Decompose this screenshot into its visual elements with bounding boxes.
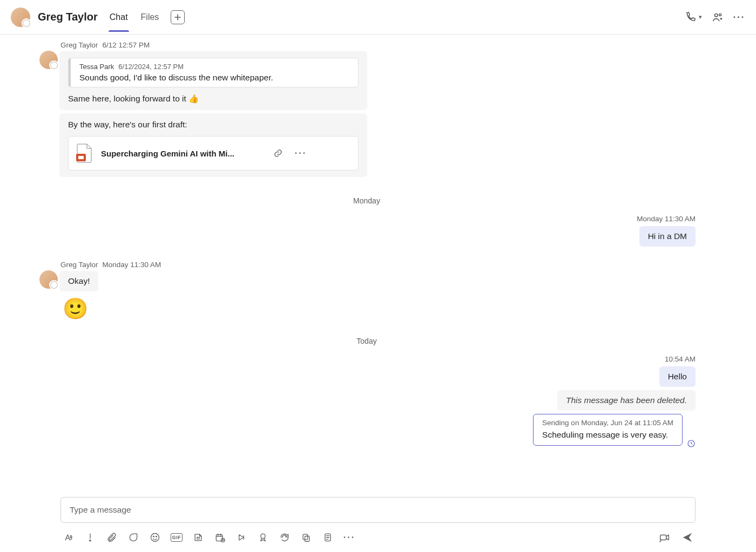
tab-files[interactable]: Files [140, 3, 160, 32]
copy-link-button[interactable] [271, 146, 286, 161]
message-input[interactable]: Type a message [60, 497, 696, 523]
quoted-reply[interactable]: Tessa Park6/12/2024, 12:57 PM Sounds goo… [68, 58, 359, 87]
emoji-message[interactable]: 🙂 [59, 295, 696, 321]
attach-button[interactable] [106, 531, 118, 543]
approvals-button[interactable] [257, 531, 269, 543]
contact-avatar[interactable] [11, 8, 30, 27]
viva-button[interactable] [322, 531, 334, 543]
message-meta: Greg Taylor6/12 12:57 PM [60, 41, 696, 49]
scheduled-header: Sending on Monday, Jun 24 at 11:05 AM [542, 419, 673, 427]
file-attachment[interactable]: Supercharging Gemini AI with Mi... ··· [68, 136, 359, 171]
scheduled-message[interactable]: Sending on Monday, Jun 24 at 11:05 AM Sc… [533, 414, 683, 446]
svg-rect-15 [305, 536, 309, 542]
svg-point-9 [197, 537, 198, 537]
add-tab-button[interactable] [171, 10, 185, 24]
attachment-more-button[interactable]: ··· [293, 146, 308, 161]
svg-rect-3 [78, 156, 84, 159]
scheduled-body: Scheduling message is very easy. [542, 430, 673, 440]
copy-button[interactable] [300, 531, 312, 543]
message-text: Same here, looking forward to it 👍 [68, 94, 359, 104]
composer: Type a message GIF ··· [0, 497, 756, 552]
svg-point-5 [90, 540, 91, 541]
svg-rect-17 [660, 535, 666, 540]
outgoing-message[interactable]: Hi in a DM [639, 226, 696, 247]
svg-point-8 [156, 536, 157, 537]
scheduled-clock-icon [687, 439, 696, 448]
send-button[interactable] [681, 531, 693, 543]
more-apps-button[interactable]: ··· [343, 531, 355, 543]
powerpoint-file-icon [75, 143, 93, 163]
sender-avatar[interactable] [39, 51, 58, 69]
svg-point-0 [715, 13, 718, 16]
updates-button[interactable] [279, 531, 291, 543]
date-separator: Monday [38, 196, 696, 205]
loop-button[interactable] [127, 531, 139, 543]
sender-avatar[interactable] [39, 270, 58, 289]
add-people-button[interactable] [712, 11, 724, 23]
sticker-button[interactable] [192, 531, 204, 543]
emoji-button[interactable] [149, 531, 161, 543]
message-bubble[interactable]: Okay! [59, 271, 98, 291]
message-bubble[interactable]: Tessa Park6/12/2024, 12:57 PM Sounds goo… [59, 51, 367, 110]
message-time: Monday 11:30 AM [637, 215, 696, 223]
gif-button[interactable]: GIF [171, 531, 183, 543]
tab-chat[interactable]: Chat [109, 3, 129, 32]
call-button[interactable] [685, 11, 697, 23]
message-text: By the way, here's our first draft: [68, 120, 359, 130]
svg-point-1 [719, 13, 721, 16]
chat-header: Greg Taylor Chat Files ▾ ··· [0, 0, 756, 35]
svg-rect-14 [303, 534, 307, 540]
attachment-title: Supercharging Gemini AI with Mi... [101, 149, 263, 158]
priority-button[interactable] [84, 531, 96, 543]
format-button[interactable] [63, 531, 75, 543]
call-dropdown[interactable]: ▾ [699, 13, 702, 21]
header-actions: ▾ ··· [685, 11, 745, 23]
outgoing-message[interactable]: Hello [659, 366, 696, 387]
deleted-message[interactable]: This message has been deleted. [557, 390, 696, 411]
schedule-button[interactable] [214, 531, 226, 543]
svg-rect-11 [216, 535, 222, 541]
more-options-button[interactable]: ··· [733, 11, 745, 23]
stream-button[interactable] [235, 531, 247, 543]
svg-point-6 [151, 534, 159, 542]
message-meta: Greg TaylorMonday 11:30 AM [60, 261, 696, 269]
svg-point-10 [199, 537, 199, 537]
message-bubble[interactable]: By the way, here's our first draft: Supe… [59, 113, 367, 177]
conversation-pane: Greg Taylor6/12 12:57 PM Tessa Park6/12/… [0, 35, 756, 483]
contact-name: Greg Taylor [38, 11, 98, 23]
date-separator: Today [38, 337, 696, 345]
compose-toolbar: GIF ··· [60, 531, 696, 543]
message-time: 10:54 AM [665, 355, 696, 363]
video-clip-button[interactable] [659, 531, 671, 543]
svg-point-7 [153, 536, 154, 537]
